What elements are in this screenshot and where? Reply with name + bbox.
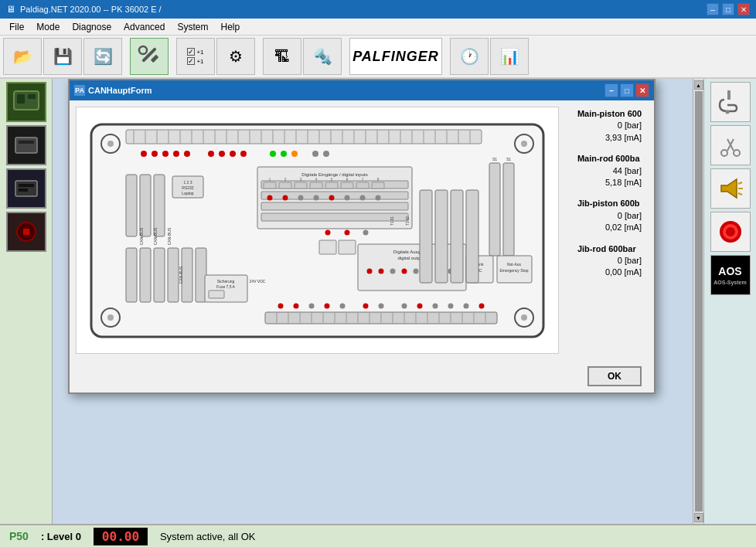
sensor-main-rod: Main-rod 600ba 44 [bar] 5,18 [mA] bbox=[577, 153, 642, 189]
status-p50: P50 bbox=[9, 530, 29, 542]
title-bar-controls[interactable]: – □ ✕ bbox=[707, 3, 750, 15]
crane-button[interactable]: 🏗 bbox=[263, 38, 301, 75]
svg-rect-119 bbox=[489, 163, 500, 256]
sensor-ma-0: 3,93 [mA] bbox=[585, 132, 642, 144]
scroll-down[interactable]: ▼ bbox=[694, 513, 703, 522]
svg-point-66 bbox=[323, 151, 329, 157]
svg-point-185 bbox=[725, 110, 729, 114]
svg-point-160 bbox=[278, 303, 283, 308]
open-folder-button[interactable]: 📂 bbox=[3, 38, 42, 75]
emergency-stop-button[interactable] bbox=[710, 212, 751, 252]
svg-rect-12 bbox=[23, 229, 29, 235]
svg-point-117 bbox=[359, 195, 365, 200]
menu-mode[interactable]: Mode bbox=[30, 20, 66, 34]
sensor-ma-3: 0,00 [mA] bbox=[585, 267, 642, 278]
status-time: 00.00 bbox=[94, 528, 148, 545]
chart-button[interactable]: 📊 bbox=[490, 38, 529, 75]
minimize-button[interactable]: – bbox=[707, 3, 719, 15]
dialog-right: Main-piston 600 0 [bar] 3,93 [mA] Main-r… bbox=[565, 100, 654, 360]
can-minimize[interactable]: – bbox=[604, 83, 618, 97]
svg-rect-98 bbox=[310, 182, 322, 189]
aos-system-button[interactable]: AOS AOS-System bbox=[710, 255, 751, 295]
can-titlebar: PA CANHauptForm – □ ✕ bbox=[70, 80, 654, 100]
svg-rect-22 bbox=[126, 130, 482, 144]
can-win-controls[interactable]: – □ ✕ bbox=[604, 83, 649, 97]
save-button[interactable]: 💾 bbox=[43, 38, 82, 75]
svg-rect-93 bbox=[261, 202, 408, 210]
svg-text:T1 02: T1 02 bbox=[406, 216, 410, 225]
svg-text:Digitale Eingänge / digital in: Digitale Eingänge / digital inputs bbox=[301, 172, 367, 177]
svg-rect-69 bbox=[154, 175, 165, 236]
svg-rect-80 bbox=[168, 248, 179, 302]
close-button[interactable]: ✕ bbox=[737, 3, 750, 15]
sidebar-item-2[interactable] bbox=[6, 168, 46, 209]
svg-point-15 bbox=[107, 141, 114, 147]
dialog-body: CAN-BUS CAN-BUS CAN-BUS 1 2 3 RS232 Lapt… bbox=[70, 100, 654, 360]
clock-button[interactable]: 🕐 bbox=[450, 38, 489, 75]
settings-button[interactable]: ⚙ bbox=[216, 38, 255, 75]
sensor-bar-2: 0 [bar] bbox=[585, 210, 642, 222]
svg-text:S1: S1 bbox=[506, 157, 511, 161]
sensor-name-3: Jib-rod 600bar bbox=[577, 243, 642, 255]
svg-text:24V   VDC: 24V VDC bbox=[250, 279, 266, 284]
svg-text:1 2 3: 1 2 3 bbox=[183, 180, 192, 185]
crane-hook-button[interactable] bbox=[710, 82, 751, 122]
svg-point-182 bbox=[344, 229, 349, 235]
svg-text:S1: S1 bbox=[492, 157, 497, 161]
svg-point-55 bbox=[162, 151, 169, 157]
scrollbar[interactable]: ▲ ▼ bbox=[693, 79, 703, 524]
svg-point-172 bbox=[478, 303, 484, 308]
svg-point-21 bbox=[521, 314, 527, 321]
svg-point-114 bbox=[313, 195, 318, 200]
menu-file[interactable]: File bbox=[3, 20, 30, 34]
crane2-button[interactable]: 🔩 bbox=[303, 38, 342, 75]
scroll-thumb[interactable] bbox=[695, 91, 703, 511]
svg-text:Sicherung: Sicherung bbox=[217, 279, 235, 284]
menu-system[interactable]: System bbox=[171, 20, 214, 34]
circuit-board-svg: CAN-BUS CAN-BUS CAN-BUS 1 2 3 RS232 Lapt… bbox=[87, 121, 547, 341]
maximize-button[interactable]: □ bbox=[722, 3, 734, 15]
can-window: PA CANHauptForm – □ ✕ bbox=[68, 79, 656, 394]
sensor-jib-rod: Jib-rod 600bar 0 [bar] 0,00 [mA] bbox=[577, 243, 642, 279]
app-icon: 🖥 bbox=[6, 4, 15, 15]
svg-rect-5 bbox=[28, 94, 36, 99]
sensor-name-2: Jib-piston 600b bbox=[577, 198, 642, 209]
wrench-button[interactable] bbox=[130, 38, 169, 75]
scissors-button[interactable] bbox=[710, 125, 751, 165]
svg-rect-95 bbox=[264, 182, 276, 189]
svg-point-181 bbox=[325, 229, 330, 235]
title-bar: 🖥 Paldiag.NET 2020.00 -- PK 36002 E / – … bbox=[0, 0, 756, 19]
svg-rect-179 bbox=[319, 240, 336, 254]
sensor-ma-1: 5,18 [mA] bbox=[585, 177, 642, 189]
can-title-left: PA CANHauptForm bbox=[74, 85, 152, 96]
refresh-button[interactable]: 🔄 bbox=[83, 38, 122, 75]
can-close[interactable]: ✕ bbox=[635, 83, 649, 97]
svg-rect-97 bbox=[295, 182, 307, 189]
sensor-name-0: Main-piston 600 bbox=[577, 108, 642, 120]
svg-point-183 bbox=[363, 229, 368, 235]
can-title-text: CANHauptForm bbox=[88, 86, 152, 95]
menu-diagnose[interactable]: Diagnose bbox=[66, 20, 117, 34]
ok-button[interactable]: OK bbox=[587, 366, 642, 386]
svg-rect-78 bbox=[140, 248, 151, 302]
svg-point-54 bbox=[152, 151, 158, 157]
svg-rect-79 bbox=[154, 248, 165, 302]
menu-advanced[interactable]: Advanced bbox=[117, 20, 171, 34]
scroll-up[interactable]: ▲ bbox=[694, 80, 703, 90]
svg-point-187 bbox=[734, 150, 740, 156]
checkboxes-button[interactable]: ✓ +1 ✓ +1 bbox=[176, 38, 215, 75]
sensor-ma-2: 0,02 [mA] bbox=[585, 222, 642, 233]
svg-point-65 bbox=[312, 151, 318, 157]
svg-rect-67 bbox=[126, 175, 137, 236]
menu-help[interactable]: Help bbox=[214, 20, 246, 34]
sidebar-item-3[interactable] bbox=[6, 212, 46, 252]
svg-point-165 bbox=[363, 303, 368, 308]
can-restore[interactable]: □ bbox=[620, 83, 634, 97]
horn-button[interactable] bbox=[710, 168, 751, 209]
svg-point-171 bbox=[463, 303, 468, 308]
sidebar-item-0[interactable] bbox=[6, 82, 46, 122]
svg-text:Fuse 7,5 A: Fuse 7,5 A bbox=[216, 284, 236, 289]
sidebar-item-1[interactable] bbox=[6, 125, 46, 165]
right-sidebar: AOS AOS-System bbox=[703, 79, 756, 524]
svg-point-56 bbox=[173, 151, 179, 157]
